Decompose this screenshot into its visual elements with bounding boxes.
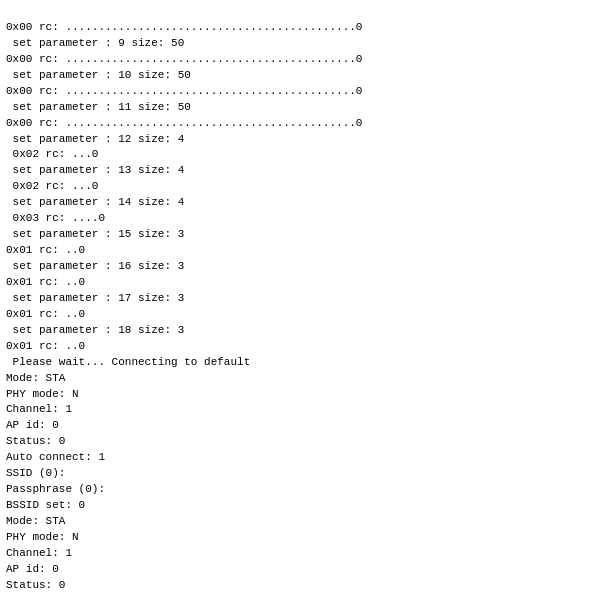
terminal-line: 0x02 rc: ...0: [6, 147, 602, 163]
terminal-line: AP id: 0: [6, 418, 602, 434]
terminal-line: set parameter : 10 size: 50: [6, 68, 602, 84]
terminal-line: 0x00 rc: ...............................…: [6, 20, 602, 36]
terminal-line: Mode: STA: [6, 371, 602, 387]
terminal-line: BSSID set: 0: [6, 498, 602, 514]
terminal-line: set parameter : 11 size: 50: [6, 100, 602, 116]
terminal-line: Passphrase (0):: [6, 482, 602, 498]
terminal-line: set parameter : 16 size: 3: [6, 259, 602, 275]
terminal-line: set parameter : 18 size: 3: [6, 323, 602, 339]
terminal-line: 0x00 rc: ...............................…: [6, 84, 602, 100]
terminal-line: Auto connect: 1: [6, 450, 602, 466]
terminal-line: Please wait... Connecting to default: [6, 355, 602, 371]
terminal-line: Status: 0: [6, 434, 602, 450]
terminal-line: Mode: STA: [6, 514, 602, 530]
terminal-line: set parameter : 17 size: 3: [6, 291, 602, 307]
terminal-line: set parameter : 14 size: 4: [6, 195, 602, 211]
terminal-line: 0x03 rc: ....0: [6, 211, 602, 227]
terminal-line: 0x00 rc: ...............................…: [6, 52, 602, 68]
terminal-line: SSID (0):: [6, 466, 602, 482]
terminal-line: 0x01 rc: ..0: [6, 307, 602, 323]
terminal-line: set parameter : 15 size: 3: [6, 227, 602, 243]
terminal-line: 0x01 rc: ..0: [6, 243, 602, 259]
terminal-line: PHY mode: N: [6, 530, 602, 546]
terminal-line: set parameter : 12 size: 4: [6, 132, 602, 148]
terminal-line: 0x00 rc: ...............................…: [6, 116, 602, 132]
terminal-line: 0x01 rc: ..0: [6, 339, 602, 355]
terminal-output: 0x00 rc: ...............................…: [0, 0, 608, 598]
terminal-line: 0x01 rc: ..0: [6, 275, 602, 291]
terminal-line: set parameter : 13 size: 4: [6, 163, 602, 179]
terminal-line: Status: 0: [6, 578, 602, 594]
terminal-line: 0x02 rc: ...0: [6, 179, 602, 195]
terminal-line: Channel: 1: [6, 402, 602, 418]
terminal-line: PHY mode: N: [6, 387, 602, 403]
terminal-line: set parameter : 9 size: 50: [6, 36, 602, 52]
terminal-line: AP id: 0: [6, 562, 602, 578]
terminal-line: Channel: 1: [6, 546, 602, 562]
